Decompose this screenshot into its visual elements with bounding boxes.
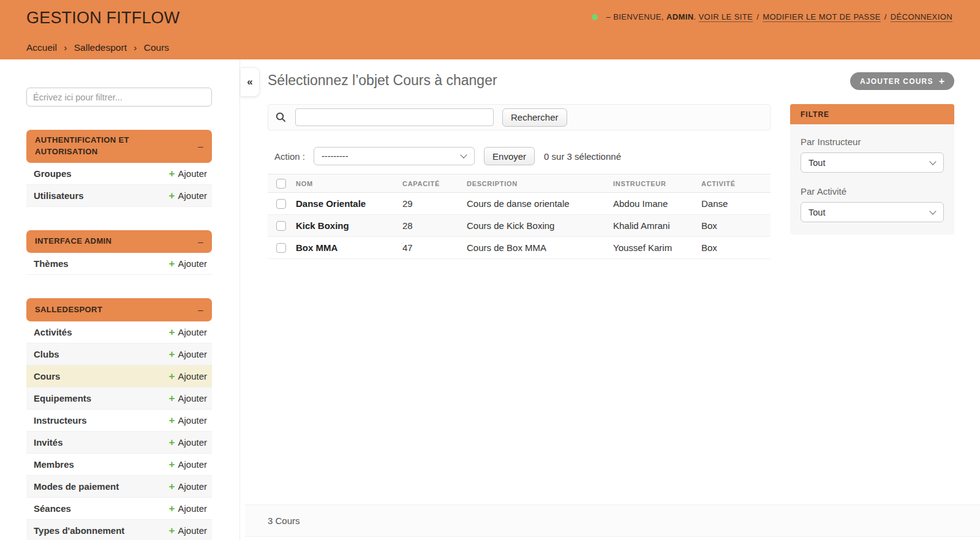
model-link-groupes[interactable]: Groupes <box>34 168 72 179</box>
section-title: SALLEDESPORT <box>35 304 102 316</box>
add-icon: + <box>169 327 175 337</box>
model-link-instructeurs[interactable]: Instructeurs <box>34 415 87 426</box>
action-select[interactable]: --------- <box>314 147 475 165</box>
breadcrumb-separator: › <box>134 42 137 53</box>
search-button[interactable]: Rechercher <box>502 108 567 127</box>
add-icon: + <box>169 481 175 492</box>
model-link-equipements[interactable]: Equipements <box>34 393 91 403</box>
add-equipements-link[interactable]: +Ajouter <box>169 393 207 403</box>
change-password-link[interactable]: MODIFIER LE MOT DE PASSE <box>763 12 881 21</box>
row-checkbox[interactable] <box>276 243 286 253</box>
add-label: Ajouter <box>178 415 207 426</box>
sidebar-item-types-abonnement: Types d'abonnement +Ajouter <box>26 520 212 540</box>
action-submit-button[interactable]: Envoyer <box>484 147 535 165</box>
status-dot-icon <box>592 14 598 20</box>
add-cours-button-label: AJOUTER COURS <box>860 77 933 86</box>
selection-counter: 0 sur 3 sélectionné <box>544 151 621 162</box>
column-header-capacite[interactable]: CAPACITÉ <box>400 174 464 193</box>
row-link-kick-boxing[interactable]: Kick Boxing <box>296 220 349 231</box>
add-cours-button[interactable]: AJOUTER COURS + <box>850 72 954 90</box>
section-header-authentification[interactable]: AUTHENTIFICATION ET AUTORISATION – <box>26 130 212 163</box>
add-membres-link[interactable]: +Ajouter <box>169 459 207 470</box>
table-row: Box MMA 47 Cours de Box MMA Youssef Kari… <box>268 237 771 259</box>
add-icon: + <box>169 258 175 269</box>
add-seances-link[interactable]: +Ajouter <box>169 503 207 514</box>
add-icon: + <box>169 415 175 426</box>
sidebar-section-interface-admin: INTERFACE ADMIN – Thèmes +Ajouter <box>26 230 212 276</box>
add-label: Ajouter <box>178 258 207 269</box>
actions-bar: Action : --------- Envoyer 0 sur 3 sélec… <box>268 147 771 165</box>
add-themes-link[interactable]: +Ajouter <box>169 258 207 269</box>
add-icon: + <box>169 525 175 536</box>
model-link-clubs[interactable]: Clubs <box>34 349 59 359</box>
row-checkbox[interactable] <box>276 199 286 209</box>
add-clubs-link[interactable]: +Ajouter <box>169 349 207 359</box>
sidebar-item-themes: Thèmes +Ajouter <box>26 253 212 275</box>
add-label: Ajouter <box>178 525 207 536</box>
row-link-danse-orientale[interactable]: Danse Orientale <box>296 198 366 209</box>
filter-activite-select[interactable]: Tout <box>801 202 944 222</box>
sidebar-item-utilisateurs: Utilisateurs +Ajouter <box>26 185 212 207</box>
model-link-cours[interactable]: Cours <box>34 371 60 381</box>
cell-description: Cours de danse orientale <box>464 193 611 215</box>
model-link-types-abonnement[interactable]: Types d'abonnement <box>34 525 124 536</box>
row-checkbox[interactable] <box>276 221 286 231</box>
sidebar-item-clubs: Clubs +Ajouter <box>26 343 212 366</box>
search-input[interactable] <box>295 108 494 126</box>
add-activites-link[interactable]: +Ajouter <box>169 327 207 337</box>
add-cours-link[interactable]: +Ajouter <box>169 371 207 381</box>
column-header-activite[interactable]: ACTIVITÉ <box>699 174 771 193</box>
section-header-interface-admin[interactable]: INTERFACE ADMIN – <box>26 230 212 253</box>
add-instructeurs-link[interactable]: +Ajouter <box>169 415 207 426</box>
add-modes-de-paiement-link[interactable]: +Ajouter <box>169 481 207 492</box>
column-header-nom[interactable]: NOM <box>293 174 400 193</box>
filter-instructeur-select[interactable]: Tout <box>801 152 944 173</box>
add-invites-link[interactable]: +Ajouter <box>169 437 207 448</box>
action-label: Action : <box>274 151 305 162</box>
model-link-utilisateurs[interactable]: Utilisateurs <box>34 190 84 201</box>
add-label: Ajouter <box>178 349 207 359</box>
search-icon <box>276 112 286 122</box>
section-header-salledesport[interactable]: SALLEDESPORT – <box>26 298 212 321</box>
row-link-box-mma[interactable]: Box MMA <box>296 242 337 253</box>
model-link-modes-de-paiement[interactable]: Modes de paiement <box>34 481 119 492</box>
model-link-invites[interactable]: Invités <box>34 437 63 448</box>
current-username: ADMIN <box>666 12 694 21</box>
breadcrumb: Accueil › Salledesport › Cours <box>26 42 169 53</box>
column-header-instructeur[interactable]: INSTRUCTEUR <box>611 174 699 193</box>
filter-panel: FILTRE Par Instructeur Tout Par Activité… <box>790 104 954 234</box>
sidebar-item-instructeurs: Instructeurs +Ajouter <box>26 410 212 432</box>
logout-link[interactable]: DÉCONNEXION <box>891 12 952 21</box>
filter-group-activite: Par Activité Tout <box>801 186 944 222</box>
sidebar-item-modes-de-paiement: Modes de paiement +Ajouter <box>26 476 212 498</box>
breadcrumb-app-link[interactable]: Salledesport <box>74 42 127 53</box>
collapse-section-icon[interactable]: – <box>198 235 203 249</box>
model-link-seances[interactable]: Séances <box>34 503 71 514</box>
add-groupes-link[interactable]: +Ajouter <box>169 168 207 179</box>
model-link-activites[interactable]: Activités <box>34 327 72 337</box>
add-label: Ajouter <box>178 168 207 179</box>
add-types-abonnement-link[interactable]: +Ajouter <box>169 525 207 536</box>
cell-instructeur: Abdou Imane <box>611 193 699 215</box>
search-toolbar: Rechercher <box>268 104 771 130</box>
column-header-description[interactable]: DESCRIPTION <box>464 174 611 193</box>
select-all-checkbox[interactable] <box>276 179 286 189</box>
chevron-down-icon <box>929 158 936 165</box>
cell-activite: Danse <box>699 193 771 215</box>
model-link-membres[interactable]: Membres <box>34 459 74 470</box>
sidebar-collapse-button[interactable]: « <box>241 67 260 97</box>
sidebar-section-salledesport: SALLEDESPORT – Activités +Ajouter Clubs … <box>26 298 212 540</box>
view-site-link[interactable]: VOIR LE SITE <box>699 12 753 21</box>
sidebar-item-cours: Cours +Ajouter <box>26 366 212 388</box>
collapse-section-icon[interactable]: – <box>198 140 203 153</box>
sidebar-filter-input[interactable] <box>26 88 212 107</box>
page-title: Sélectionnez l’objet Cours à changer <box>268 72 497 89</box>
add-utilisateurs-link[interactable]: +Ajouter <box>169 190 207 201</box>
filter-activite-value: Tout <box>809 208 825 217</box>
sidebar-item-groupes: Groupes +Ajouter <box>26 163 212 185</box>
model-link-themes[interactable]: Thèmes <box>34 258 69 269</box>
breadcrumb-home-link[interactable]: Accueil <box>26 42 57 53</box>
cell-capacite: 47 <box>400 237 464 259</box>
site-title[interactable]: GESTION FITFLOW <box>26 9 180 28</box>
collapse-section-icon[interactable]: – <box>198 303 203 317</box>
